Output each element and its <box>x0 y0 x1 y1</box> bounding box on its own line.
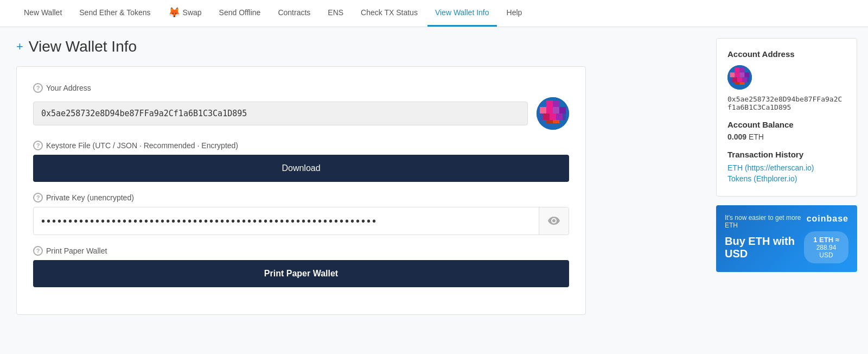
nav-send-offline[interactable]: Send Offline <box>212 0 269 27</box>
address-label: Your Address <box>46 84 91 92</box>
svg-rect-22 <box>737 78 742 83</box>
private-key-help-icon[interactable]: ? <box>33 193 43 203</box>
transaction-history-title: Transaction History <box>727 150 846 159</box>
svg-rect-9 <box>556 113 563 120</box>
wallet-info-card: ? Your Address 0x5ae258732e8D94be87FFa9a… <box>16 66 586 315</box>
address-row: 0x5ae258732e8D94be87FFa9a2Cf1a6B1C3Ca1D8… <box>33 97 569 130</box>
coinbase-cta: Buy ETH with USD <box>725 235 804 260</box>
svg-rect-27 <box>747 78 750 83</box>
nav-view-wallet[interactable]: View Wallet Info <box>427 0 497 27</box>
nav-ens[interactable]: ENS <box>320 0 351 27</box>
svg-rect-25 <box>740 83 745 85</box>
coinbase-brand: coinbase <box>807 214 848 224</box>
tokens-history-link[interactable]: Tokens (Ethplorer.io) <box>727 174 846 183</box>
private-key-row: ••••••••••••••••••••••••••••••••••••••••… <box>33 207 569 235</box>
account-info-card: Account Address <box>716 38 857 197</box>
svg-rect-16 <box>740 68 745 73</box>
sidebar: Account Address <box>705 27 868 354</box>
sidebar-avatar <box>727 65 752 90</box>
private-key-field-group: ? Private Key (unencrypted) ••••••••••••… <box>33 193 569 235</box>
nav-send-ether[interactable]: Send Ether & Tokens <box>72 0 158 27</box>
sidebar-address: 0x5ae258732e8D94be87FFa9a2Cf1a6B1C3Ca1D8… <box>727 95 846 111</box>
page-layout: + View Wallet Info ? Your Address 0x5ae2… <box>0 27 868 354</box>
nav-help[interactable]: Help <box>499 0 530 27</box>
private-key-label: Private Key (unencrypted) <box>46 193 134 202</box>
svg-rect-20 <box>745 73 750 78</box>
keystore-field-group: ? Keystore File (UTC / JSON · Recommende… <box>33 141 569 182</box>
page-title: View Wallet Info <box>29 38 137 55</box>
print-button[interactable]: Print Paper Wallet <box>33 260 569 287</box>
account-address-title: Account Address <box>727 49 846 59</box>
nav-check-tx[interactable]: Check TX Status <box>353 0 425 27</box>
svg-rect-19 <box>740 73 745 78</box>
address-help-icon[interactable]: ? <box>33 83 43 93</box>
plus-icon: + <box>16 40 23 54</box>
svg-rect-21 <box>732 78 737 83</box>
svg-rect-5 <box>553 107 559 113</box>
nav-swap[interactable]: 🦊 Swap <box>161 0 209 27</box>
print-label-row: ? Print Paper Wallet <box>33 246 569 256</box>
page-title-row: + View Wallet Info <box>16 38 689 55</box>
coinbase-easier-text: It's now easier to get more ETH <box>725 214 807 229</box>
nav-new-wallet[interactable]: New Wallet <box>16 0 69 27</box>
svg-rect-17 <box>730 73 735 78</box>
print-label: Print Paper Wallet <box>46 246 107 255</box>
coinbase-top-row: It's now easier to get more ETH coinbase <box>725 214 848 229</box>
coinbase-price-line2: 288.94 USD <box>812 244 841 259</box>
svg-rect-24 <box>735 83 740 85</box>
keystore-label: Keystore File (UTC / JSON · Recommended … <box>46 141 238 150</box>
address-label-row: ? Your Address <box>33 83 569 93</box>
coinbase-price-box: 1 ETH ≈ 288.94 USD <box>804 231 848 263</box>
svg-rect-1 <box>546 100 553 107</box>
download-button[interactable]: Download <box>33 155 569 182</box>
address-display: 0x5ae258732e8D94be87FFa9a2Cf1a6B1C3Ca1D8… <box>33 102 528 125</box>
svg-rect-6 <box>559 107 566 113</box>
main-content: + View Wallet Info ? Your Address 0x5ae2… <box>0 27 705 354</box>
svg-rect-26 <box>730 78 733 83</box>
account-balance-value: 0.009 ETH <box>727 132 846 141</box>
svg-rect-3 <box>540 107 546 113</box>
coinbase-price-line1: 1 ETH ≈ <box>812 236 841 244</box>
private-key-label-row: ? Private Key (unencrypted) <box>33 193 569 203</box>
coinbase-banner[interactable]: It's now easier to get more ETH coinbase… <box>716 205 857 272</box>
print-field-group: ? Print Paper Wallet Print Paper Wallet <box>33 246 569 287</box>
address-field-group: ? Your Address 0x5ae258732e8D94be87FFa9a… <box>33 83 569 130</box>
eth-history-link[interactable]: ETH (https://etherscan.io) <box>727 163 846 172</box>
account-balance-title: Account Balance <box>727 120 846 129</box>
svg-rect-11 <box>553 120 559 123</box>
eye-icon <box>548 217 560 225</box>
avatar-large <box>537 97 569 130</box>
svg-rect-2 <box>553 100 559 107</box>
svg-rect-13 <box>563 113 566 120</box>
navigation: New Wallet Send Ether & Tokens 🦊 Swap Se… <box>0 0 868 27</box>
nav-contracts[interactable]: Contracts <box>270 0 318 27</box>
svg-rect-23 <box>742 78 747 83</box>
svg-rect-7 <box>543 113 550 120</box>
print-help-icon[interactable]: ? <box>33 246 43 256</box>
toggle-private-key-button[interactable] <box>539 207 569 235</box>
keystore-help-icon[interactable]: ? <box>33 141 43 150</box>
keystore-label-row: ? Keystore File (UTC / JSON · Recommende… <box>33 141 569 150</box>
svg-rect-10 <box>546 120 553 123</box>
private-key-dots: ••••••••••••••••••••••••••••••••••••••••… <box>34 208 539 234</box>
svg-rect-4 <box>546 107 553 113</box>
coinbase-main-row: Buy ETH with USD 1 ETH ≈ 288.94 USD <box>725 231 848 263</box>
svg-rect-18 <box>735 73 740 78</box>
svg-rect-15 <box>735 68 740 73</box>
svg-rect-8 <box>550 113 556 120</box>
svg-rect-12 <box>540 113 543 120</box>
swap-icon: 🦊 <box>168 7 180 18</box>
